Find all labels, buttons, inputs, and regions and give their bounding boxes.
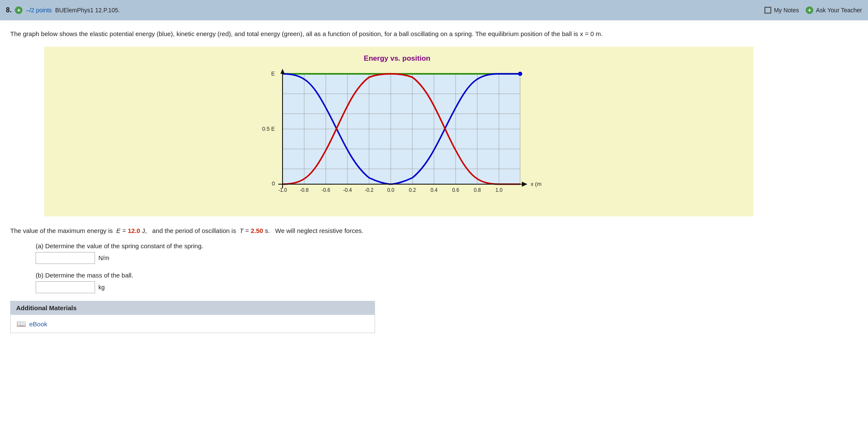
graph-title: Energy vs. position bbox=[364, 54, 431, 63]
ebook-link[interactable]: eBook bbox=[29, 320, 48, 328]
graph-container: Energy vs. position bbox=[44, 47, 753, 216]
header-left: 8. + –/2 points BUElemPhys1 12.P.105. bbox=[6, 6, 764, 14]
T-value: 2.50 bbox=[251, 227, 263, 234]
graph-wrapper: E 0.5 E 0 -1.0 -0.8 -0.6 -0.4 -0.2 0.0 0… bbox=[253, 65, 541, 210]
svg-text:-1.0: -1.0 bbox=[278, 187, 287, 193]
part-a-input[interactable] bbox=[36, 252, 95, 264]
svg-marker-23 bbox=[522, 182, 527, 187]
max-energy-line: The value of the maximum energy is E = 1… bbox=[10, 225, 753, 236]
part-a-label: (a) Determine the value of the spring co… bbox=[36, 242, 753, 250]
ask-teacher-button[interactable]: + Ask Your Teacher bbox=[806, 6, 862, 14]
ask-teacher-label: Ask Your Teacher bbox=[816, 7, 862, 14]
svg-text:0.2: 0.2 bbox=[409, 187, 416, 193]
part-b-input[interactable] bbox=[36, 281, 95, 293]
plus-icon[interactable]: + bbox=[15, 6, 22, 14]
additional-materials-label: Additional Materials bbox=[16, 304, 77, 311]
header-right: My Notes + Ask Your Teacher bbox=[764, 6, 862, 14]
header-bar: 8. + –/2 points BUElemPhys1 12.P.105. My… bbox=[0, 0, 868, 20]
course-text: BUElemPhys1 12.P.105. bbox=[55, 7, 120, 14]
svg-text:0.4: 0.4 bbox=[431, 187, 438, 193]
problem-description: The graph below shows the elastic potent… bbox=[10, 29, 753, 39]
notes-icon bbox=[764, 7, 771, 14]
svg-text:0.8: 0.8 bbox=[474, 187, 481, 193]
part-b-unit: kg bbox=[98, 284, 105, 291]
svg-text:-0.4: -0.4 bbox=[343, 187, 352, 193]
part-b-answer-row: kg bbox=[36, 281, 753, 293]
part-a-unit: N/m bbox=[98, 255, 109, 261]
svg-text:-0.2: -0.2 bbox=[365, 187, 374, 193]
part-a-answer-row: N/m bbox=[36, 252, 753, 264]
part-b-label: (b) Determine the mass of the ball. bbox=[36, 272, 753, 279]
svg-text:1.0: 1.0 bbox=[496, 187, 503, 193]
svg-text:0.6: 0.6 bbox=[452, 187, 459, 193]
svg-point-39 bbox=[518, 72, 522, 76]
E-value: 12.0 bbox=[128, 227, 140, 234]
question-number: 8. bbox=[6, 6, 11, 14]
svg-marker-21 bbox=[280, 69, 285, 74]
svg-text:0.5 E: 0.5 E bbox=[262, 126, 275, 132]
svg-text:0: 0 bbox=[272, 180, 275, 187]
energy-graph: E 0.5 E 0 -1.0 -0.8 -0.6 -0.4 -0.2 0.0 0… bbox=[253, 65, 541, 210]
ask-teacher-plus-icon: + bbox=[806, 6, 813, 14]
svg-text:-0.6: -0.6 bbox=[322, 187, 330, 193]
part-b-section: (b) Determine the mass of the ball. kg bbox=[36, 272, 753, 293]
svg-text:E: E bbox=[271, 70, 275, 77]
svg-text:x (m): x (m) bbox=[531, 181, 541, 187]
my-notes-button[interactable]: My Notes bbox=[764, 7, 799, 14]
ebook-row: 📖 eBook bbox=[10, 315, 375, 333]
part-a-section: (a) Determine the value of the spring co… bbox=[36, 242, 753, 264]
additional-materials-header: Additional Materials bbox=[10, 301, 375, 315]
svg-text:0.0: 0.0 bbox=[387, 187, 395, 193]
content-area: The graph below shows the elastic potent… bbox=[0, 20, 764, 342]
my-notes-label: My Notes bbox=[774, 7, 799, 14]
points-text: –/2 points bbox=[26, 7, 52, 14]
svg-text:-0.8: -0.8 bbox=[300, 187, 309, 193]
ebook-icon: 📖 bbox=[17, 319, 26, 328]
